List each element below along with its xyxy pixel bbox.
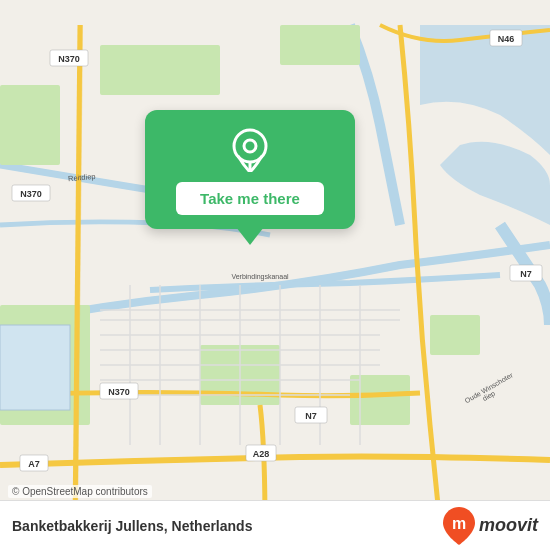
svg-text:N370: N370 (58, 54, 80, 64)
take-me-there-button[interactable]: Take me there (176, 182, 324, 215)
moovit-brand-text: moovit (479, 515, 538, 536)
svg-text:Verbindingskanaal: Verbindingskanaal (231, 273, 289, 281)
svg-text:N7: N7 (305, 411, 317, 421)
svg-text:N370: N370 (20, 189, 42, 199)
svg-rect-6 (100, 45, 220, 95)
svg-text:A28: A28 (253, 449, 270, 459)
svg-text:N370: N370 (108, 387, 130, 397)
map-background: N370 N370 N7 N7 A7 A28 N46 N370 Reitdiep… (0, 0, 550, 550)
bottom-bar: Banketbakkerij Jullens, Netherlands m mo… (0, 500, 550, 550)
svg-rect-3 (350, 375, 410, 425)
popup-card: Take me there (145, 110, 355, 229)
svg-rect-7 (280, 25, 360, 65)
osm-attribution: © OpenStreetMap contributors (8, 485, 152, 498)
location-name: Banketbakkerij Jullens, Netherlands (12, 518, 252, 534)
map-container: N370 N370 N7 N7 A7 A28 N46 N370 Reitdiep… (0, 0, 550, 550)
svg-rect-4 (430, 315, 480, 355)
moovit-logo: m moovit (443, 507, 538, 545)
svg-point-45 (244, 140, 256, 152)
svg-text:A7: A7 (28, 459, 40, 469)
svg-rect-42 (0, 325, 70, 410)
moovit-pin-icon: m (443, 507, 475, 545)
svg-text:m: m (452, 515, 466, 532)
svg-rect-5 (0, 85, 60, 165)
svg-text:N46: N46 (498, 34, 515, 44)
location-pin-icon (228, 128, 272, 172)
svg-text:N7: N7 (520, 269, 532, 279)
